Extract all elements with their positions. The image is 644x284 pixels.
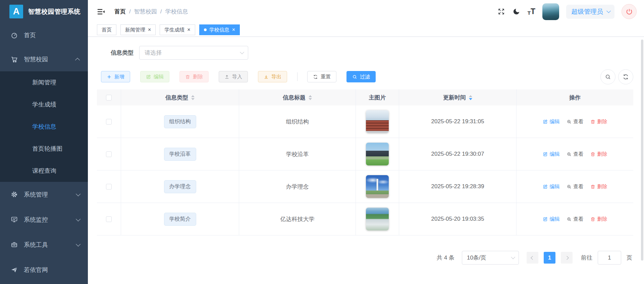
logout-button[interactable] [622, 4, 637, 19]
close-icon[interactable]: × [232, 27, 235, 32]
row-edit-button[interactable]: 编辑 [543, 184, 560, 190]
row-delete-label: 删除 [597, 119, 607, 125]
school-photo[interactable] [366, 143, 389, 165]
row-checkbox[interactable] [106, 184, 112, 190]
header-updated-time[interactable]: 更新时间 [399, 89, 517, 105]
row-view-button[interactable]: 查看 [567, 119, 584, 125]
dark-mode-moon-icon[interactable] [513, 8, 521, 16]
user-avatar[interactable] [542, 3, 559, 20]
goto-page-input[interactable] [598, 251, 621, 265]
sort-icon[interactable] [191, 95, 195, 100]
sidebar-item-label: 学校信息 [32, 123, 56, 131]
zoom-in-icon [567, 184, 572, 189]
font-size-small-letter: T [528, 10, 531, 15]
sidebar-submenu: 新闻管理 学生成绩 学校信息 首页轮播图 课程查询 [0, 71, 88, 182]
sidebar-item-system-management[interactable]: 系统管理 [0, 182, 88, 207]
info-type-select[interactable]: 请选择 [139, 46, 248, 60]
edit-icon [543, 184, 548, 189]
add-button-label: 新增 [114, 74, 124, 80]
fullscreen-icon[interactable] [497, 8, 505, 16]
tab-school-info[interactable]: 学校信息 × [199, 24, 240, 35]
row-edit-button[interactable]: 编辑 [543, 216, 560, 222]
tab-label: 学校信息 [209, 27, 229, 33]
sidebar-item-course-query[interactable]: 课程查询 [0, 160, 88, 182]
paper-plane-icon [10, 266, 18, 274]
table-row: 学校沿革 学校沿革 2025-05-22 19:30:07 编辑 查看 删除 [97, 138, 633, 170]
chevron-down-icon [606, 9, 611, 13]
logo[interactable]: A 智慧校园管理系统 [0, 0, 88, 23]
main-scrollbar[interactable] [641, 40, 643, 261]
sort-icon[interactable] [309, 95, 312, 100]
close-icon[interactable]: × [187, 27, 190, 32]
show-search-button[interactable] [600, 69, 615, 84]
sidebar-item-home[interactable]: 首页 [0, 23, 88, 47]
row-delete-label: 删除 [597, 216, 607, 222]
info-title: 学校沿革 [286, 150, 309, 158]
delete-button-label: 删除 [193, 74, 203, 80]
school-photo[interactable] [366, 175, 389, 198]
chevron-down-icon [76, 216, 80, 221]
page-size-select[interactable]: 10条/页 [462, 251, 519, 265]
trash-icon [590, 119, 595, 124]
sidebar-item-news[interactable]: 新闻管理 [0, 71, 88, 93]
sidebar-item-school-info[interactable]: 学校信息 [0, 116, 88, 138]
sidebar-item-carousel[interactable]: 首页轮播图 [0, 138, 88, 160]
export-button[interactable]: 导出 [258, 71, 287, 82]
row-delete-button[interactable]: 删除 [590, 119, 607, 125]
header-info-title[interactable]: 信息标题 [239, 89, 356, 105]
page-unit-label: 页 [627, 254, 632, 262]
tab-label: 学生成绩 [164, 27, 184, 33]
row-edit-label: 编辑 [550, 119, 560, 125]
trash-icon [590, 152, 595, 157]
sidebar-menu: 首页 智慧校园 新闻管理 学生成绩 学校信息 首页轮播图 课程查询 系 [0, 23, 88, 282]
goto-label: 前往 [581, 254, 592, 262]
close-icon[interactable]: × [148, 27, 151, 32]
row-checkbox[interactable] [106, 119, 112, 125]
refresh-icon [623, 74, 629, 80]
add-button[interactable]: 新增 [101, 71, 130, 82]
sidebar-item-smart-campus[interactable]: 智慧校园 [0, 47, 88, 71]
tab-news[interactable]: 新闻管理 × [120, 24, 156, 35]
row-checkbox[interactable] [106, 216, 112, 222]
breadcrumb-separator: / [160, 8, 162, 15]
prev-page-button[interactable] [527, 252, 538, 264]
edit-button: 编辑 [140, 71, 169, 82]
row-delete-button[interactable]: 删除 [590, 151, 607, 157]
current-page-button[interactable]: 1 [544, 252, 555, 264]
reset-button[interactable]: 重置 [307, 71, 336, 82]
sidebar-item-system-tools[interactable]: 系统工具 [0, 232, 88, 257]
next-page-button[interactable] [561, 252, 573, 264]
row-view-button[interactable]: 查看 [567, 151, 584, 157]
sidebar-item-system-monitor[interactable]: 系统监控 [0, 207, 88, 232]
column-label: 主图片 [369, 94, 386, 101]
sidebar-item-student-scores[interactable]: 学生成绩 [0, 93, 88, 116]
tabs-bar: 首页 新闻管理 × 学生成绩 × 学校信息 × [88, 23, 644, 37]
gear-icon [10, 191, 18, 199]
row-view-button[interactable]: 查看 [567, 216, 584, 222]
row-delete-button[interactable]: 删除 [590, 184, 607, 190]
row-edit-button[interactable]: 编辑 [543, 119, 560, 125]
row-checkbox[interactable] [106, 151, 112, 157]
row-delete-button[interactable]: 删除 [590, 216, 607, 222]
row-view-button[interactable]: 查看 [567, 184, 584, 190]
import-button[interactable]: 导入 [219, 71, 248, 82]
select-all-checkbox[interactable] [106, 95, 112, 100]
monitor-icon [10, 216, 18, 224]
tab-home[interactable]: 首页 [97, 24, 116, 35]
data-table: 信息类型 信息标题 主图片 更新时间 操作 [97, 89, 633, 235]
row-edit-button[interactable]: 编辑 [543, 151, 560, 157]
tab-student-scores[interactable]: 学生成绩 × [160, 24, 195, 35]
sort-icon-desc-active[interactable] [469, 95, 472, 100]
refresh-table-button[interactable] [618, 69, 633, 84]
header-info-type[interactable]: 信息类型 [121, 89, 239, 105]
trash-icon [590, 184, 595, 189]
sidebar-item-ruoyi-site[interactable]: 若依官网 [0, 257, 88, 282]
school-photo[interactable] [366, 208, 389, 230]
font-size-icon[interactable]: TT [528, 8, 535, 15]
row-view-label: 查看 [574, 119, 584, 125]
sidebar-collapse-icon[interactable] [97, 7, 105, 16]
filter-button[interactable]: 过滤 [346, 71, 376, 82]
school-photo[interactable] [366, 110, 389, 133]
user-dropdown[interactable]: 超级管理员 [566, 5, 614, 19]
breadcrumb-home[interactable]: 首页 [114, 8, 126, 15]
